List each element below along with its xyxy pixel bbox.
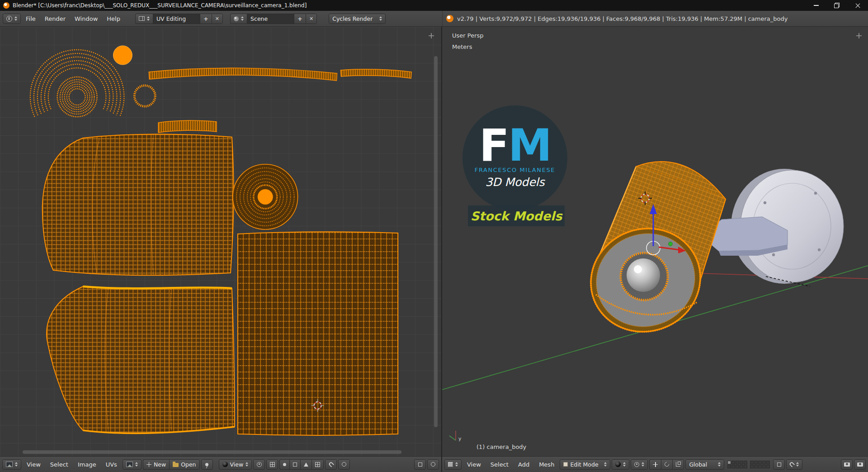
display-channels-dropdown[interactable]: View [219,459,252,470]
menu-file[interactable]: File [22,11,40,27]
info-editor-icon [6,16,12,22]
close-button[interactable] [847,0,868,11]
render-camera-icon [844,462,850,467]
uv-proportional-edit-button[interactable] [338,459,350,470]
chevron-updown-icon [796,462,799,467]
manipulator-translate-button[interactable] [649,459,661,470]
edit-mode-icon [563,462,568,467]
screen-layout-browse-button[interactable] [135,14,153,24]
pin-icon [205,463,208,466]
sync-selection-icon [270,462,275,467]
snap-dropdown[interactable] [786,459,802,470]
menu-render[interactable]: Render [41,11,70,27]
window-titlebar: Blender* [C:\Users\franc\Desktop\___SOLO… [0,0,868,11]
uv-editor-footer: View Select Image UVs New Open [0,456,441,472]
view-name-label: User Persp [452,32,484,39]
opengl-render-anim-button[interactable] [854,459,866,470]
uv-sync-selection-toggle[interactable] [266,459,278,470]
chevron-updown-icon [604,462,607,467]
image-pin-button[interactable] [201,459,213,470]
scene-statistics: v2.79 | Verts:9,972/9,972 | Edges:19,936… [457,15,788,22]
editor-type-selector-info[interactable] [3,14,21,24]
screen-layout-icon [139,16,145,21]
orientation-dropdown[interactable]: Global [685,459,724,470]
chevron-updown-icon [623,462,626,467]
v3d-menu-mesh[interactable]: Mesh [535,457,558,472]
lock-icon [777,462,781,467]
shading-sphere-icon [615,462,621,467]
uv-select-edge-button[interactable] [289,459,300,470]
layers-widget[interactable] [727,461,770,468]
uv-menu-image[interactable]: Image [74,457,100,472]
image-open-button[interactable]: Open [169,459,199,470]
uv-canvas[interactable] [0,27,441,456]
mode-dropdown[interactable]: Edit Mode [560,459,610,470]
manipulator-scale-button[interactable] [672,459,684,470]
uv-select-island-button[interactable] [311,459,324,470]
uv-island-radial-disc[interactable] [233,164,298,229]
viewport-shading-dropdown[interactable] [612,459,629,470]
opengl-render-image-button[interactable] [841,459,853,470]
watermark-tagline: 3D Models [485,176,544,189]
restore-button[interactable] [826,0,847,11]
uv-draw-other-objects-toggle[interactable] [427,459,439,470]
plus-icon [146,462,151,467]
screen-layout-name-field[interactable]: UV Editing [153,14,200,24]
watermark-logo: FM FRANCESCO MILANESE 3D Models [462,105,567,210]
watermark-initials: FM [479,125,551,165]
lock-to-scene-button[interactable] [773,459,785,470]
uv-menu-select[interactable]: Select [46,457,72,472]
uv-island-strip-small[interactable] [158,120,217,133]
uv-select-mode-group [279,459,324,470]
menu-help[interactable]: Help [103,11,124,27]
scene-delete-button[interactable]: ✕ [306,14,317,24]
image-browse-button[interactable] [123,459,142,470]
uv-island-body-bottom[interactable] [47,286,235,433]
scene-browse-button[interactable] [230,14,247,24]
image-new-button[interactable]: New [143,459,169,470]
chevron-updown-icon [642,462,644,467]
v3d-menu-add[interactable]: Add [514,457,533,472]
uv-normalized-toggle[interactable] [414,459,426,470]
screen-layout-name: UV Editing [156,15,186,22]
uv-select-vertex-button[interactable] [279,459,289,470]
uv-pivot-button[interactable] [253,459,265,470]
editor-type-selector-image[interactable] [2,459,21,470]
mode-label: Edit Mode [570,461,598,468]
folder-icon [173,463,179,467]
uv-island-body-top[interactable] [42,134,234,276]
window-controls [806,0,868,11]
image-datablock-icon [126,462,133,467]
gizmo-y-label: y [458,436,462,442]
menu-window[interactable]: Window [71,11,102,27]
screen-layout-add-button[interactable]: + [200,14,212,24]
manipulator-rotate-button[interactable] [661,459,672,470]
uv-vertical-scrollbar[interactable] [434,56,438,427]
scene-add-button[interactable]: + [294,14,306,24]
uv-island-disc-small[interactable] [113,46,132,65]
window-title: Blender* [C:\Users\franc\Desktop\___SOLO… [13,2,307,9]
uv-menu-uvs[interactable]: UVs [102,457,121,472]
uv-select-face-button[interactable] [300,459,311,470]
uv-island-rect[interactable] [238,232,398,435]
scene-name-field[interactable]: Scene [247,14,294,24]
uv-menu-view[interactable]: View [23,457,45,472]
uv-snap-button[interactable] [325,459,337,470]
watermark-author: FRANCESCO MILANESE [475,167,555,173]
edge-select-icon [293,462,297,467]
chevron-updown-icon [147,16,150,21]
normalized-icon [418,462,422,467]
screen-layout-delete-button[interactable]: ✕ [212,14,223,24]
editor-type-selector-3d[interactable] [444,459,462,470]
v3d-menu-select[interactable]: Select [486,457,513,472]
viewport-canvas[interactable] [442,27,868,456]
pivot-icon [257,462,262,467]
vertex-select-icon [283,463,286,466]
orientation-label: Global [689,461,707,468]
uv-horizontal-scrollbar[interactable] [23,450,401,454]
pivot-dropdown[interactable] [631,459,648,470]
minimize-button[interactable] [806,0,826,11]
render-engine-dropdown[interactable]: Cycles Render [329,14,386,24]
viewport-editor-icon [448,462,453,467]
v3d-menu-view[interactable]: View [463,457,485,472]
